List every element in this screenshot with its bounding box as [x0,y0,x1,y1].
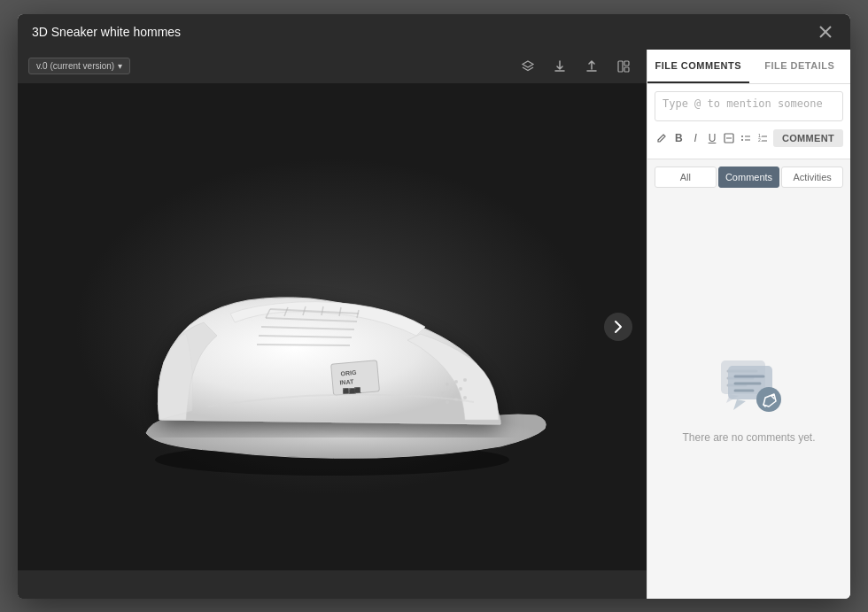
svg-rect-2 [618,61,623,72]
filter-all-button[interactable]: All [655,167,717,188]
viewer-toolbar: v.0 (current version) ▾ [18,50,647,83]
svg-point-35 [741,139,743,141]
modal-header: 3D Sneaker white hommes [18,14,850,50]
comment-input[interactable] [655,91,843,121]
modal-container: 3D Sneaker white hommes v.0 (current ver… [18,14,850,599]
filter-comments-button[interactable]: Comments [718,167,780,188]
svg-text:INAT: INAT [339,378,354,385]
format-highlight-button[interactable] [721,128,736,148]
viewer-panel: v.0 (current version) ▾ [18,50,647,599]
layers-icon[interactable] [515,54,540,79]
empty-comments-text: There are no comments yet. [682,431,815,444]
comment-submit-button[interactable]: COMMENT [773,129,843,147]
close-button[interactable] [815,21,836,43]
svg-point-49 [756,387,781,412]
format-list-button[interactable] [738,128,753,148]
format-underline-button[interactable]: U [705,128,720,148]
download-icon[interactable] [547,54,572,79]
version-label: v.0 (current version) [36,61,114,71]
svg-point-23 [454,380,458,383]
format-bold-button[interactable]: B [671,128,686,148]
tab-file-details[interactable]: FILE DETAILS [749,50,851,83]
modal-body: v.0 (current version) ▾ [18,50,850,599]
comments-panel: FILE COMMENTS FILE DETAILS B I [647,50,850,599]
svg-point-30 [463,396,467,399]
comment-input-area: B I U [647,84,850,159]
svg-point-24 [463,378,467,382]
svg-point-28 [446,400,449,404]
tab-file-comments[interactable]: FILE COMMENTS [647,50,749,83]
comments-panel-tabs: FILE COMMENTS FILE DETAILS [647,50,850,84]
viewer-footer [18,570,647,599]
svg-point-22 [446,383,449,386]
format-italic-button[interactable]: I [688,128,703,148]
svg-point-25 [441,391,445,395]
filter-tabs: All Comments Activities [647,159,850,195]
svg-line-11 [257,345,350,345]
format-ordered-list-button[interactable]: 1. 2. [755,128,770,148]
version-chevron: ▾ [118,61,122,71]
svg-text:2.: 2. [758,137,762,143]
svg-point-33 [741,136,743,137]
svg-point-27 [459,387,462,391]
empty-comments-state: There are no comments yet. [647,195,850,599]
svg-rect-3 [624,61,629,66]
viewer-content: ORIG INAT ⬛⬛⬛ [18,83,647,570]
version-select[interactable]: v.0 (current version) ▾ [28,58,130,74]
layout-icon[interactable] [611,54,636,79]
svg-rect-4 [624,67,629,72]
filter-activities-button[interactable]: Activities [781,167,843,188]
sneaker-image: ORIG INAT ⬛⬛⬛ [75,159,589,495]
format-pencil-button[interactable] [655,128,670,148]
empty-state-icon [714,350,785,421]
upload-icon[interactable] [579,54,604,79]
svg-point-26 [450,390,453,393]
comment-format-toolbar: B I U [655,125,843,151]
next-button[interactable] [604,313,632,341]
modal-title: 3D Sneaker white hommes [32,25,181,39]
